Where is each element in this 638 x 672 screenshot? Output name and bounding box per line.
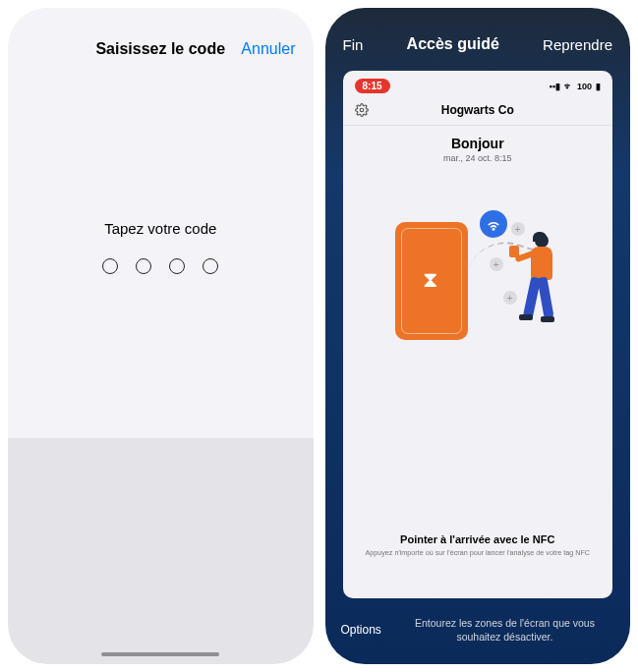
passcode-title: Saisissez le code	[95, 40, 225, 58]
passcode-screen: Saisissez le code Annuler Tapez votre co…	[8, 8, 314, 664]
nfc-title: Pointer à l'arrivée avec le NFC	[357, 533, 600, 545]
options-button[interactable]: Options	[341, 623, 381, 637]
app-preview[interactable]: 8:15 ▪▪▮ ᯤ 100 ▮ Hogwarts Co Bonjour mar…	[343, 71, 613, 598]
passcode-dot	[203, 258, 218, 274]
greeting-block: Bonjour mar., 24 oct. 8:15	[343, 136, 613, 163]
battery-icon: ▮	[596, 82, 601, 91]
guided-access-bottom: Options Entourez les zones de l'écran qu…	[325, 598, 631, 664]
passcode-dots	[102, 258, 218, 274]
preview-appbar: Hogwarts Co	[343, 97, 613, 126]
nfc-signal-icon	[480, 210, 507, 238]
guided-access-title: Accès guidé	[407, 35, 499, 53]
greeting-date: mar., 24 oct. 8:15	[343, 153, 613, 163]
greeting-title: Bonjour	[343, 136, 613, 151]
time-pill: 8:15	[355, 79, 390, 93]
guided-access-hint: Entourez les zones de l'écran que vous s…	[395, 616, 614, 644]
nfc-instruction: Pointer à l'arrivée avec le NFC Appuyez …	[343, 533, 613, 575]
guided-access-screen: Fin Accès guidé Reprendre 8:15 ▪▪▮ ᯤ 100…	[325, 8, 631, 664]
keypad-area[interactable]	[8, 438, 314, 664]
hourglass-icon: ⧗	[423, 267, 437, 293]
passcode-body: Tapez votre code	[8, 77, 314, 438]
passcode-dot	[102, 258, 118, 274]
status-icons: ▪▪▮ ᯤ 100 ▮	[550, 82, 601, 91]
company-name: Hogwarts Co	[441, 103, 514, 117]
wifi-icon: ᯤ	[564, 82, 573, 91]
cancel-button[interactable]: Annuler	[241, 40, 295, 58]
passcode-header: Saisissez le code Annuler	[8, 22, 314, 77]
guided-access-header: Fin Accès guidé Reprendre	[325, 8, 631, 65]
nfc-subtitle: Appuyez n'importe où sur l'écran pour la…	[357, 548, 600, 557]
home-indicator[interactable]	[101, 652, 219, 656]
svg-point-1	[493, 229, 493, 230]
person-graphic	[517, 234, 566, 342]
signal-icon: ▪▪▮	[550, 82, 560, 91]
plus-icon: +	[490, 257, 503, 271]
passcode-dot	[169, 258, 185, 274]
nfc-illustration: ⧗ + + +	[389, 193, 566, 350]
passcode-prompt: Tapez votre code	[104, 220, 216, 237]
end-button[interactable]: Fin	[343, 36, 364, 53]
plus-icon: +	[503, 291, 517, 305]
passcode-dot	[136, 258, 151, 274]
resume-button[interactable]: Reprendre	[543, 36, 612, 53]
gear-icon[interactable]	[355, 103, 369, 117]
battery-label: 100	[577, 82, 592, 91]
svg-point-0	[360, 108, 364, 112]
preview-statusbar: 8:15 ▪▪▮ ᯤ 100 ▮	[343, 71, 613, 97]
